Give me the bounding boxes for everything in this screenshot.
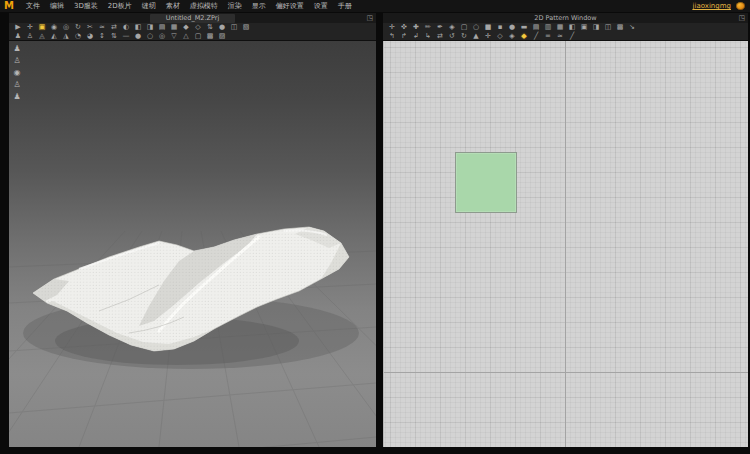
tool-3d-particle-distance-icon[interactable]: ● [216,23,228,32]
tool-2d-filled-rect-icon[interactable]: ■ [482,23,494,32]
tool-2d-wave-seam-icon[interactable]: ≈ [554,32,566,41]
tool-3d-lasso-select-icon[interactable]: ◉ [48,23,60,32]
toggle-show-garment-toggle-icon[interactable]: ♙ [11,56,23,66]
user-badge-icon[interactable] [736,2,745,10]
tool-2d-mn-free-sewing-icon[interactable]: ↳ [422,32,434,41]
tool-2d-add-point-icon[interactable]: ✚ [410,23,422,32]
tool-2d-internal-rect-icon[interactable]: ▥ [542,23,554,32]
menu-item-settings[interactable]: 设置 [309,0,333,12]
tool-2d-dart-icon[interactable]: ◈ [446,23,458,32]
tool-2d-redo-sew-icon[interactable]: ↻ [458,32,470,41]
tool-3d-freeze-icon[interactable]: ◫ [228,23,240,32]
tool-2d-show-sewing-icon[interactable]: ◆ [518,32,530,41]
toggle-show-hanger-toggle-icon[interactable]: ♙ [11,80,23,90]
tool-2d-half-shade-right-icon[interactable]: ◨ [590,23,602,32]
tool-3d-frame-view-icon[interactable]: ▢ [192,32,204,41]
tool-2d-overlap-icon[interactable]: ◫ [602,23,614,32]
tool-3d-wind-icon[interactable]: ⇄ [108,23,120,32]
tool-2d-circle-icon[interactable]: ○ [470,23,482,32]
viewport-2d-canvas[interactable] [383,41,748,447]
menu-item-file[interactable]: 文件 [21,0,45,12]
tool-3d-box-select-icon[interactable]: ▣ [36,23,48,32]
tool-2d-pen-icon[interactable]: ✏ [422,23,434,32]
tool-2d-transform-pattern-icon[interactable]: ✛ [386,23,398,32]
pattern-piece-rect[interactable] [455,152,517,213]
tool-3d-move-garment-icon[interactable]: ◧ [132,23,144,32]
menu-item-3d-garment[interactable]: 3D服装 [69,0,103,12]
tool-3d-rotate-garment-icon[interactable]: ↻ [72,23,84,32]
username-link[interactable]: jiaoxingmg [693,2,731,10]
tool-2d-undo-sew-icon[interactable]: ↺ [446,32,458,41]
tool-3d-tri-down-view-icon[interactable]: ▽ [168,32,180,41]
undock-icon[interactable]: ◳ [366,14,373,22]
menu-item-avatar[interactable]: 虚拟模特 [185,0,223,12]
viewport-3d-canvas[interactable]: ♟♙◉♙♟ [9,41,376,447]
tool-2d-bar-shape-icon[interactable]: ▬ [518,23,530,32]
tool-3d-select-move-icon[interactable]: ✛ [24,23,36,32]
tool-3d-hatch-view-icon[interactable]: ▨ [216,32,228,41]
tool-2d-full-shade-icon[interactable]: ▩ [614,23,626,32]
toggle-show-avatar-toggle-icon[interactable]: ♟ [11,44,23,54]
tool-3d-steam-icon[interactable]: ≈ [96,23,108,32]
menu-item-manual[interactable]: 手册 [333,0,357,12]
tool-3d-show-platform-icon[interactable]: ◮ [60,32,72,41]
tool-3d-show-avatar-icon[interactable]: ♟ [12,32,24,41]
tool-3d-tri-up-view-icon[interactable]: △ [180,32,192,41]
tool-3d-flatten-icon[interactable]: ▤ [156,23,168,32]
tool-3d-arrangement-points-icon[interactable]: ◬ [36,32,48,41]
tool-2d-layout-icon[interactable]: ↘ [626,23,638,32]
tool-3d-avatar-skin-icon[interactable]: ♙ [24,32,36,41]
tool-3d-baseline-icon[interactable]: — [120,32,132,41]
tool-2d-swap-sewing-icon[interactable]: ⇄ [434,32,446,41]
menu-item-preferences[interactable]: 偏好设置 [271,0,309,12]
tool-3d-pin-box-icon[interactable]: ◇ [192,23,204,32]
tool-3d-swap-arrange-icon[interactable]: ⇅ [204,23,216,32]
tool-2d-free-sewing-icon[interactable]: ↱ [398,32,410,41]
tool-2d-select-box-2d-icon[interactable]: ▣ [578,23,590,32]
tool-2d-notch-line-icon[interactable]: ╱ [566,32,578,41]
menu-item-render[interactable]: 渲染 [223,0,247,12]
tool-3d-swap-view-icon[interactable]: ⇅ [108,32,120,41]
tool-3d-height-measure-icon[interactable]: ↕ [96,32,108,41]
menu-item-2d-pattern[interactable]: 2D板片 [103,0,137,12]
tool-2d-fold-3d-icon[interactable]: ▲ [470,32,482,41]
tool-2d-edit-sewing-icon[interactable]: ✛ [482,32,494,41]
tool-3d-sphere-prop-icon[interactable]: ● [132,32,144,41]
tool-3d-simulate-icon[interactable]: ▶ [12,23,24,32]
tool-2d-edit-pattern-icon[interactable]: ✜ [398,23,410,32]
tool-2d-grid-pattern-icon[interactable]: ▦ [554,23,566,32]
menu-item-edit[interactable]: 编辑 [45,0,69,12]
tool-3d-scale-garment-icon[interactable]: ◨ [144,23,156,32]
tool-3d-ring-prop-icon[interactable]: ○ [144,32,156,41]
tool-2d-filled-circle-icon[interactable]: ● [506,23,518,32]
toggle-show-props-toggle-icon[interactable]: ♟ [11,92,23,102]
tool-3d-pin-icon[interactable]: ◎ [60,23,72,32]
tool-3d-fold-arrangement-icon[interactable]: ◐ [120,23,132,32]
tool-3d-sewing-scissors-icon[interactable]: ✂ [84,23,96,32]
tool-3d-shade-view-icon[interactable]: ▩ [204,32,216,41]
menu-item-material[interactable]: 素材 [161,0,185,12]
tool-3d-tape-measure-icon[interactable]: ◔ [72,32,84,41]
tool-2d-pin-diamond-icon[interactable]: ◇ [494,32,506,41]
tool-3d-target-view-icon[interactable]: ◎ [156,32,168,41]
tool-2d-rectangle-icon[interactable]: ▢ [458,23,470,32]
tool-2d-edit-curve-icon[interactable]: ✒ [434,23,446,32]
toggle-show-pins-toggle-icon[interactable]: ◉ [11,68,23,78]
tool-3d-circumference-measure-icon[interactable]: ◕ [84,32,96,41]
tool-3d-x-ray-joints-icon[interactable]: ◭ [48,32,60,41]
tool-3d-quilt-icon[interactable]: ▦ [168,23,180,32]
tool-3d-pin-point-icon[interactable]: ◆ [180,23,192,32]
project-tab[interactable]: Untitled_M2.ZPrj [150,14,236,23]
menu-item-display[interactable]: 显示 [247,0,271,12]
tool-2d-mn-segment-sewing-icon[interactable]: ↲ [410,32,422,41]
tool-2d-filled-dot-icon[interactable]: ▪ [494,23,506,32]
tool-2d-detach-sewing-icon[interactable]: ◈ [506,32,518,41]
menu-item-sewing[interactable]: 缝纫 [137,0,161,12]
tool-3d-mesh-tool-icon[interactable]: ▧ [240,23,252,32]
tool-2d-seam-allowance-icon[interactable]: ▤ [530,23,542,32]
panel-divider[interactable] [376,13,383,447]
tool-2d-equalize-line-icon[interactable]: = [542,32,554,41]
tool-2d-half-shade-left-icon[interactable]: ◧ [566,23,578,32]
tool-2d-segment-sewing-icon[interactable]: ↰ [386,32,398,41]
undock-icon[interactable]: ◳ [738,14,745,22]
